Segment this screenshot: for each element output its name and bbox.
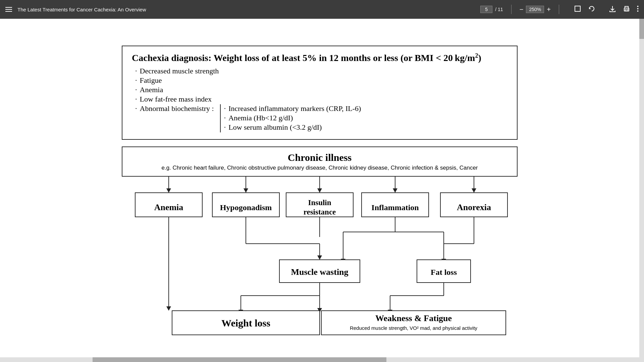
svg-text:Weakness & Fatigue: Weakness & Fatigue — [375, 313, 452, 323]
page-controls: / 11 — [480, 6, 503, 13]
svg-text:Anorexia: Anorexia — [457, 202, 491, 212]
svg-rect-2 — [625, 9, 628, 11]
list-item: ·Fatigue — [135, 76, 507, 85]
download-button[interactable] — [609, 5, 616, 14]
svg-text:Fat loss: Fat loss — [431, 268, 457, 277]
scrollbar-bottom[interactable] — [0, 357, 644, 362]
svg-marker-14 — [393, 188, 397, 193]
svg-point-6 — [637, 10, 639, 12]
svg-text:Inflammation: Inflammation — [371, 203, 419, 212]
svg-marker-16 — [472, 188, 476, 193]
svg-text:resistance: resistance — [304, 208, 336, 217]
diagnosis-title: Cachexia diagnosis: Weight loss of at le… — [132, 52, 507, 63]
svg-marker-12 — [317, 188, 322, 193]
svg-text:Anemia: Anemia — [154, 202, 183, 212]
document-title: The Latest Treatments for Cancer Cachexi… — [17, 7, 475, 12]
list-item: ·Decreased muscle strength — [135, 67, 507, 75]
svg-text:Insulin: Insulin — [308, 199, 331, 207]
svg-marker-48 — [166, 306, 171, 311]
list-item-abnormal: · Abnormal biochemistry : · Increased in… — [135, 104, 507, 132]
scrollbar-right[interactable] — [639, 19, 644, 362]
diagnosis-list: ·Decreased muscle strength ·Fatigue ·Ane… — [132, 67, 507, 132]
menu-button[interactable] — [5, 7, 12, 12]
rotate-button[interactable] — [588, 5, 595, 14]
main-content: Cachexia diagnosis: Weight loss of at le… — [0, 19, 639, 362]
divider-2 — [559, 5, 559, 14]
zoom-in-button[interactable]: + — [547, 6, 551, 13]
zoom-controls: − + — [520, 6, 551, 13]
more-options-button[interactable] — [637, 5, 639, 14]
svg-marker-8 — [166, 188, 171, 193]
flowchart-container: Chronic illness e.g. Chronic heart failu… — [122, 146, 518, 331]
svg-text:Muscle wasting: Muscle wasting — [291, 267, 348, 277]
fit-page-button[interactable] — [574, 5, 581, 14]
biochem-item: · Anemia (Hb<12 g/dI) — [224, 114, 361, 122]
list-item: ·Low fat-free mass index — [135, 95, 507, 104]
biochem-item: · Increased inflammatory markers (CRP, I… — [224, 104, 361, 113]
svg-point-5 — [637, 8, 639, 9]
svg-rect-0 — [575, 6, 580, 11]
svg-marker-31 — [317, 255, 322, 260]
zoom-out-button[interactable]: − — [520, 6, 524, 13]
print-button[interactable] — [623, 5, 630, 14]
svg-text:Weight loss: Weight loss — [221, 317, 270, 328]
chronic-illness-examples: e.g. Chronic heart failure, Chronic obst… — [129, 165, 510, 171]
flowchart-svg: Anemia Hypogonadism Insulin resistance I… — [122, 177, 518, 331]
page-number-input[interactable] — [480, 6, 492, 13]
scrollbar-bottom-thumb[interactable] — [93, 357, 386, 362]
toolbar-right-icons — [574, 5, 639, 14]
page-separator: / 11 — [495, 7, 503, 12]
zoom-input[interactable] — [526, 6, 544, 13]
svg-text:Hypogonadism: Hypogonadism — [220, 203, 272, 212]
svg-marker-10 — [244, 188, 248, 193]
list-item: ·Anemia — [135, 85, 507, 94]
svg-point-4 — [637, 6, 639, 7]
biochem-item: · Low serum albumin (<3.2 g/dI) — [224, 123, 361, 132]
diagnosis-box: Cachexia diagnosis: Weight loss of at le… — [122, 46, 518, 140]
chronic-illness-box: Chronic illness e.g. Chronic heart failu… — [122, 146, 518, 177]
chronic-illness-title: Chronic illness — [129, 152, 510, 163]
divider-1 — [511, 5, 512, 14]
svg-point-3 — [628, 9, 629, 9]
toolbar: The Latest Treatments for Cancer Cachexi… — [0, 0, 644, 19]
svg-text:Reduced muscle strength, VO² m: Reduced muscle strength, VO² mad, and ph… — [350, 325, 478, 331]
